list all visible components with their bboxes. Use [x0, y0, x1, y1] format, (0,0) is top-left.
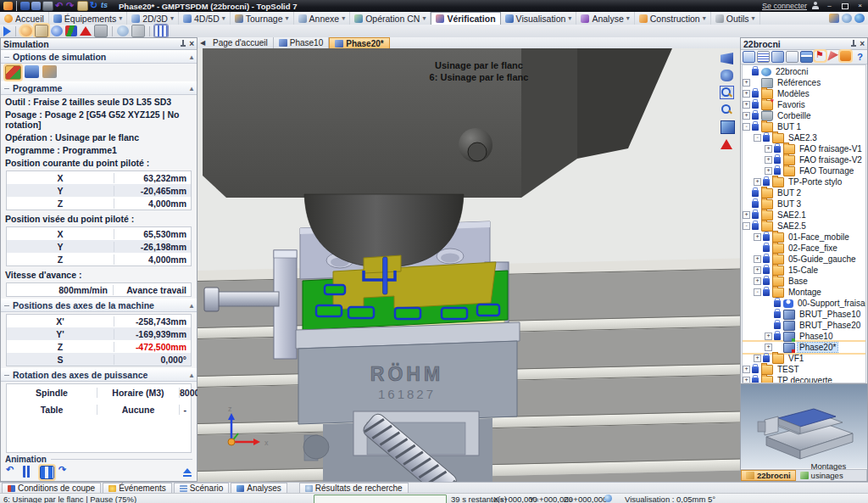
- ribbon-tab[interactable]: Opération CN: [350, 12, 431, 25]
- ribbon-tab[interactable]: Outils: [711, 12, 760, 25]
- chevron-down-icon[interactable]: [286, 14, 289, 22]
- document-tab[interactable]: Phase20*: [329, 37, 389, 48]
- stock-gray-icon[interactable]: [131, 25, 145, 37]
- tree-item[interactable]: Phase10: [743, 331, 865, 342]
- material-render-icon[interactable]: [20, 25, 32, 36]
- layers-sync-icon[interactable]: [800, 51, 813, 63]
- chevron-down-icon[interactable]: [568, 14, 571, 22]
- minimize-button[interactable]: –: [824, 2, 835, 10]
- save-all-icon[interactable]: [31, 2, 41, 10]
- tree-item[interactable]: BRUT_Phase20: [743, 320, 865, 331]
- section-options[interactable]: Options de simulation▴: [1, 50, 197, 64]
- section-programme[interactable]: Programme▴: [1, 81, 197, 95]
- replay-icon[interactable]: [58, 466, 71, 478]
- ribbon-tab[interactable]: Vérification: [431, 12, 500, 25]
- tree-item[interactable]: 15-Cale: [743, 265, 865, 276]
- edit-pencil-icon[interactable]: [3, 2, 13, 10]
- tree-item[interactable]: FAO fraisage-V1: [743, 143, 865, 154]
- pin-icon[interactable]: [852, 40, 855, 48]
- collapse-icon[interactable]: ▴: [190, 372, 193, 379]
- tree-item[interactable]: 05-Guide_gauche: [743, 254, 865, 265]
- globe-display-icon[interactable]: [117, 25, 129, 36]
- eject-icon[interactable]: [182, 468, 192, 478]
- collision-stop-icon[interactable]: [80, 26, 92, 36]
- close-icon[interactable]: ×: [860, 40, 865, 48]
- tree-expander-icon[interactable]: [754, 355, 761, 362]
- tab-scroll-left-icon[interactable]: ◀: [198, 37, 208, 48]
- workspace-icon[interactable]: [42, 1, 53, 11]
- document-tab[interactable]: Page d'accueil: [208, 37, 274, 48]
- bottom-tab[interactable]: Conditions de coupe: [2, 483, 101, 493]
- separator[interactable]: [112, 26, 113, 36]
- chevron-down-icon[interactable]: [119, 14, 122, 22]
- tree-item[interactable]: Montage: [743, 287, 865, 298]
- collapse-icon[interactable]: ▴: [190, 53, 193, 61]
- ribbon-tab[interactable]: 2D/3D: [127, 12, 179, 25]
- viewport-3d[interactable]: RÖHM 161827 z: [198, 48, 740, 482]
- tree-expander-icon[interactable]: [743, 123, 750, 131]
- bottom-tab[interactable]: Résultats de recherche: [299, 483, 409, 493]
- topsolid-logo-icon[interactable]: [101, 2, 110, 10]
- collision-cone-icon[interactable]: [721, 139, 732, 149]
- collapse-icon[interactable]: ▴: [190, 85, 193, 92]
- section-machine-axes[interactable]: Positions des axes de la machine▴: [1, 299, 197, 312]
- close-button[interactable]: ×: [854, 2, 865, 10]
- viewport-3d-scene[interactable]: RÖHM 161827 z: [198, 48, 740, 482]
- copy-documents-icon[interactable]: [786, 51, 798, 63]
- document-tab[interactable]: Phase10: [274, 37, 329, 48]
- ribbon-tab[interactable]: Équipements: [49, 12, 127, 25]
- tree-expander-icon[interactable]: [765, 145, 772, 153]
- grab-view-icon[interactable]: [721, 70, 733, 81]
- restore-button[interactable]: [839, 2, 850, 10]
- export-document-icon[interactable]: [771, 51, 784, 63]
- tree-item[interactable]: 02-Face_fixe: [743, 243, 865, 254]
- ribbon-tab[interactable]: Construction: [635, 12, 711, 25]
- simulation-filter-icon[interactable]: [154, 25, 168, 37]
- tree-expander-icon[interactable]: [765, 344, 772, 351]
- rewind-icon[interactable]: [6, 466, 19, 478]
- machine-icon[interactable]: [42, 65, 57, 78]
- chevron-down-icon[interactable]: [342, 14, 345, 22]
- tree-item[interactable]: BRUT_Phase10: [743, 309, 865, 320]
- tree-expander-icon[interactable]: [754, 288, 761, 296]
- checklist-icon[interactable]: [757, 51, 770, 63]
- ribbon-tab[interactable]: Annexe: [294, 12, 351, 25]
- zoom-search-icon[interactable]: [842, 14, 852, 23]
- tree-expander-icon[interactable]: [743, 90, 750, 98]
- bottom-tab[interactable]: Événements: [103, 483, 172, 493]
- tree-expander-icon[interactable]: [754, 233, 761, 241]
- bottom-tab[interactable]: Scénario: [174, 483, 229, 493]
- view-cube-icon[interactable]: [721, 120, 735, 134]
- help-button[interactable]: ?: [857, 52, 865, 62]
- close-icon[interactable]: ×: [189, 40, 194, 48]
- separator[interactable]: [149, 26, 150, 36]
- redo-icon[interactable]: [66, 2, 75, 10]
- tree-expander-icon[interactable]: [765, 156, 772, 164]
- tree-expander-icon[interactable]: [743, 112, 750, 120]
- tree-expander-icon[interactable]: [754, 277, 761, 285]
- machine-display-icon[interactable]: [94, 25, 108, 37]
- tree-item[interactable]: Base: [743, 276, 865, 287]
- render-lamp-icon[interactable]: [721, 53, 733, 64]
- tree-item[interactable]: TP decouverte: [743, 375, 865, 383]
- simulation-machine-icon[interactable]: [5, 65, 21, 80]
- chevron-down-icon[interactable]: [170, 14, 174, 22]
- tree-expander-icon[interactable]: [743, 366, 750, 373]
- tile-windows-icon[interactable]: [829, 14, 839, 23]
- separator[interactable]: [15, 26, 16, 36]
- ribbon-tab[interactable]: Accueil: [0, 12, 49, 25]
- ribbon-tab[interactable]: 4D/5D: [179, 12, 231, 25]
- help-globe-icon[interactable]: [854, 14, 865, 23]
- chevron-down-icon[interactable]: [752, 14, 755, 22]
- stock-display-icon[interactable]: [35, 25, 48, 37]
- zoom-icon[interactable]: [721, 103, 733, 115]
- tree-item[interactable]: 22brocni: [743, 66, 865, 77]
- save-icon[interactable]: [20, 2, 30, 10]
- ribbon-tab[interactable]: Tournage: [231, 12, 294, 25]
- panel-tab[interactable]: 22brocni: [741, 470, 796, 481]
- ribbon-tab[interactable]: Analyse: [576, 12, 634, 25]
- tree-item[interactable]: Favoris: [743, 99, 865, 110]
- tree-item[interactable]: FAO fraisage-V2: [743, 154, 865, 165]
- chevron-down-icon[interactable]: [222, 14, 225, 22]
- chevron-down-icon[interactable]: [703, 14, 706, 22]
